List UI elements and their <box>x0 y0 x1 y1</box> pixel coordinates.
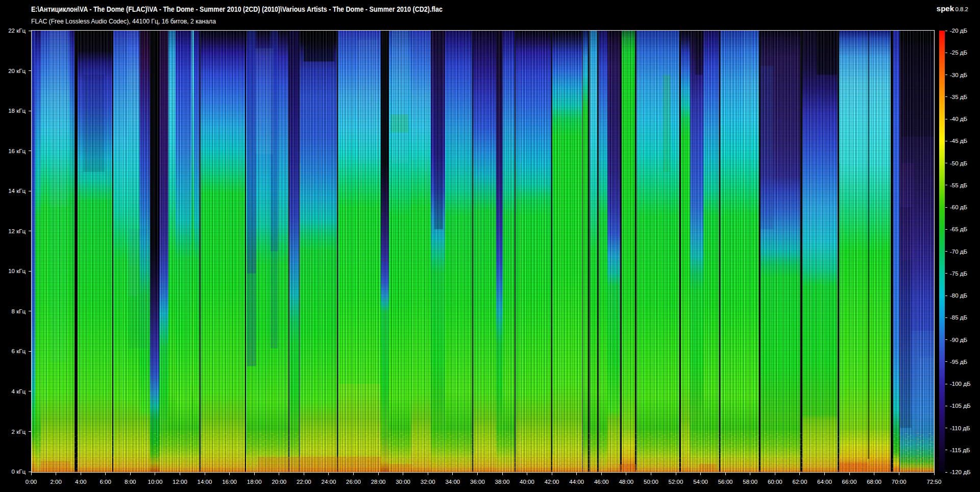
svg-text:36:00: 36:00 <box>470 479 485 485</box>
svg-text:-85 дБ: -85 дБ <box>950 314 967 321</box>
svg-text:12:00: 12:00 <box>173 479 187 485</box>
svg-text:44:00: 44:00 <box>569 479 584 485</box>
svg-text:14:00: 14:00 <box>198 479 212 485</box>
svg-text:2 кГц: 2 кГц <box>12 429 26 435</box>
svg-text:22 кГц: 22 кГц <box>8 28 26 34</box>
svg-text:56:00: 56:00 <box>718 479 733 485</box>
svg-text:4:00: 4:00 <box>75 479 86 485</box>
svg-text:-80 дБ: -80 дБ <box>950 292 967 299</box>
svg-text:-95 дБ: -95 дБ <box>950 359 967 365</box>
svg-text:18 кГц: 18 кГц <box>8 108 26 114</box>
svg-text:52:00: 52:00 <box>669 479 683 485</box>
svg-text:-45 дБ: -45 дБ <box>950 138 967 144</box>
svg-text:40:00: 40:00 <box>520 479 534 485</box>
svg-text:20 кГц: 20 кГц <box>8 68 26 74</box>
svg-text:42:00: 42:00 <box>545 479 559 485</box>
svg-text:28:00: 28:00 <box>371 479 386 485</box>
svg-text:24:00: 24:00 <box>322 479 336 485</box>
svg-text:-115 дБ: -115 дБ <box>950 447 970 453</box>
svg-text:34:00: 34:00 <box>445 479 460 485</box>
svg-text:30:00: 30:00 <box>396 479 410 485</box>
svg-text:20:00: 20:00 <box>272 479 286 485</box>
svg-text:48:00: 48:00 <box>619 479 633 485</box>
svg-text:-20 дБ: -20 дБ <box>950 28 967 34</box>
svg-text:18:00: 18:00 <box>247 479 262 485</box>
svg-text:-70 дБ: -70 дБ <box>950 249 967 255</box>
svg-text:6 кГц: 6 кГц <box>12 348 26 354</box>
svg-text:-100 дБ: -100 дБ <box>950 381 970 387</box>
svg-text:12 кГц: 12 кГц <box>8 228 26 234</box>
svg-text:-65 дБ: -65 дБ <box>950 226 967 232</box>
svg-text:6:00: 6:00 <box>100 479 111 485</box>
svg-text:-40 дБ: -40 дБ <box>950 116 967 122</box>
svg-text:2:00: 2:00 <box>50 479 61 485</box>
svg-text:0:00: 0:00 <box>26 479 37 485</box>
svg-text:-25 дБ: -25 дБ <box>950 50 967 56</box>
svg-text:16:00: 16:00 <box>222 479 237 485</box>
svg-text:FLAC (Free Lossless Audio Code: FLAC (Free Lossless Audio Codec), 44100 … <box>31 18 216 25</box>
svg-text:54:00: 54:00 <box>693 479 708 485</box>
svg-text:32:00: 32:00 <box>421 479 435 485</box>
svg-text:-120 дБ: -120 дБ <box>950 469 970 475</box>
svg-text:-110 дБ: -110 дБ <box>950 425 970 431</box>
svg-text:-30 дБ: -30 дБ <box>950 72 967 78</box>
svg-text:16 кГц: 16 кГц <box>8 148 26 154</box>
svg-text:8:00: 8:00 <box>125 479 136 485</box>
svg-text:-90 дБ: -90 дБ <box>950 337 967 343</box>
svg-text:10:00: 10:00 <box>148 479 163 485</box>
svg-text:50:00: 50:00 <box>644 479 658 485</box>
svg-text:68:00: 68:00 <box>867 479 881 485</box>
svg-text:14 кГц: 14 кГц <box>8 188 26 194</box>
svg-text:62:00: 62:00 <box>793 479 807 485</box>
svg-text:4 кГц: 4 кГц <box>12 388 26 395</box>
svg-text:-35 дБ: -35 дБ <box>950 94 967 100</box>
svg-text:70:00: 70:00 <box>892 479 906 485</box>
svg-text:spek: spek <box>937 4 954 13</box>
svg-text:22:00: 22:00 <box>297 479 311 485</box>
svg-text:72:50: 72:50 <box>927 479 942 485</box>
svg-text:10 кГц: 10 кГц <box>8 268 26 274</box>
svg-text:26:00: 26:00 <box>346 479 361 485</box>
svg-text:8 кГц: 8 кГц <box>12 308 26 314</box>
svg-text:60:00: 60:00 <box>768 479 782 485</box>
svg-text:64:00: 64:00 <box>817 479 832 485</box>
svg-text:38:00: 38:00 <box>495 479 510 485</box>
svg-text:-60 дБ: -60 дБ <box>950 204 967 210</box>
svg-text:-105 дБ: -105 дБ <box>950 403 970 409</box>
svg-text:E:\Антициклон\VA - The Dome (F: E:\Антициклон\VA - The Dome (FLAC)\VA - … <box>31 5 443 13</box>
svg-text:58:00: 58:00 <box>743 479 757 485</box>
svg-text:0 кГц: 0 кГц <box>12 469 26 475</box>
svg-text:0.8.2: 0.8.2 <box>955 6 968 12</box>
svg-text:46:00: 46:00 <box>594 479 609 485</box>
svg-text:-50 дБ: -50 дБ <box>950 160 967 166</box>
svg-text:-55 дБ: -55 дБ <box>950 182 967 188</box>
svg-text:66:00: 66:00 <box>842 479 857 485</box>
svg-text:-75 дБ: -75 дБ <box>950 270 967 277</box>
